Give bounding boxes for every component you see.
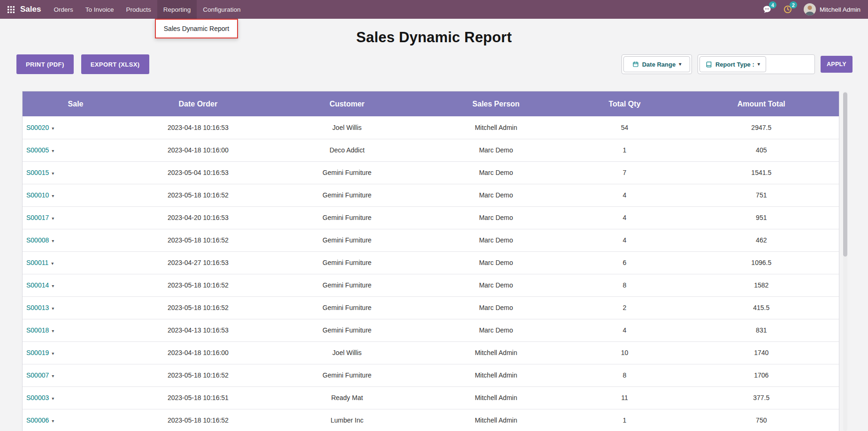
- chevron-down-icon[interactable]: ▾: [52, 238, 54, 243]
- sale-cell: S00014▾: [23, 274, 129, 296]
- sale-order-link[interactable]: S00017: [26, 214, 49, 221]
- total-qty-cell: 54: [565, 116, 684, 139]
- amount-total-cell: 1740: [684, 341, 839, 364]
- sale-order-link[interactable]: S00020: [26, 124, 49, 131]
- sale-order-link[interactable]: S00013: [26, 304, 49, 311]
- date-range-button[interactable]: Date Range ▾: [623, 56, 690, 72]
- sale-order-link[interactable]: S00015: [26, 169, 49, 176]
- print-pdf-button[interactable]: PRINT (PDF): [16, 54, 74, 74]
- sale-order-link[interactable]: S00019: [26, 349, 49, 356]
- customer-cell: Joel Willis: [268, 341, 427, 364]
- customer-cell: Gemini Furniture: [268, 296, 427, 319]
- chevron-down-icon[interactable]: ▾: [52, 148, 54, 153]
- date-order-cell: 2023-05-18 10:16:52: [129, 274, 268, 296]
- chevron-down-icon[interactable]: ▾: [52, 193, 54, 198]
- sale-cell: S00011▾: [23, 251, 129, 274]
- menu-orders[interactable]: Orders: [47, 0, 79, 19]
- table-row: S00019▾2023-04-18 10:16:00Joel WillisMit…: [23, 341, 839, 364]
- total-qty-cell: 8: [565, 274, 684, 296]
- date-range-label: Date Range: [642, 61, 676, 68]
- calendar-icon: [632, 61, 639, 68]
- date-order-cell: 2023-04-13 10:16:53: [129, 319, 268, 341]
- column-header-sales-person: Sales Person: [427, 91, 566, 116]
- sale-cell: S00013▾: [23, 296, 129, 319]
- chevron-down-icon[interactable]: ▾: [52, 328, 54, 333]
- date-order-cell: 2023-04-20 10:16:53: [129, 206, 268, 229]
- customer-cell: Gemini Furniture: [268, 184, 427, 206]
- sale-order-link[interactable]: S00008: [26, 236, 49, 244]
- menu-products[interactable]: Products: [120, 0, 157, 19]
- table-row: S00006▾2023-05-18 10:16:52Lumber IncMitc…: [23, 409, 839, 431]
- customer-cell: Deco Addict: [268, 139, 427, 161]
- dropdown-item-sales-dynamic-report[interactable]: Sales Dynamic Report: [156, 20, 237, 38]
- apply-button[interactable]: APPLY: [821, 56, 853, 73]
- user-menu[interactable]: Mitchell Admin: [804, 3, 860, 15]
- date-order-cell: 2023-05-18 10:16:52: [129, 229, 268, 251]
- sale-order-link[interactable]: S00005: [26, 146, 49, 154]
- sale-order-link[interactable]: S00006: [26, 416, 49, 424]
- amount-total-cell: 1096.5: [684, 251, 839, 274]
- vertical-scrollbar[interactable]: [843, 91, 847, 431]
- apps-menu-button[interactable]: [5, 3, 17, 16]
- customer-cell: Ready Mat: [268, 386, 427, 409]
- sale-order-link[interactable]: S00018: [26, 326, 49, 334]
- column-header-customer: Customer: [268, 91, 427, 116]
- total-qty-cell: 7: [565, 161, 684, 184]
- amount-total-cell: 462: [684, 229, 839, 251]
- activities-button[interactable]: 2: [783, 5, 792, 14]
- customer-cell: Gemini Furniture: [268, 274, 427, 296]
- chevron-down-icon[interactable]: ▾: [52, 373, 54, 378]
- column-header-total-qty: Total Qty: [565, 91, 684, 116]
- sale-cell: S00018▾: [23, 319, 129, 341]
- chevron-down-icon[interactable]: ▾: [52, 418, 54, 423]
- user-name: Mitchell Admin: [820, 6, 860, 13]
- report-type-group: Report Type : ▾: [698, 54, 815, 74]
- sale-order-link[interactable]: S00010: [26, 191, 49, 199]
- sale-order-link[interactable]: S00007: [26, 371, 49, 379]
- scrollbar-thumb[interactable]: [843, 92, 847, 257]
- sale-cell: S00020▾: [23, 116, 129, 139]
- chevron-down-icon[interactable]: ▾: [52, 283, 54, 288]
- chevron-down-icon[interactable]: ▾: [52, 351, 54, 356]
- customer-cell: Gemini Furniture: [268, 229, 427, 251]
- customer-cell: Lumber Inc: [268, 409, 427, 431]
- table-row: S00003▾2023-05-18 10:16:51Ready MatMitch…: [23, 386, 839, 409]
- customer-cell: Gemini Furniture: [268, 364, 427, 386]
- table-row: S00005▾2023-04-18 10:16:00Deco AddictMar…: [23, 139, 839, 161]
- chevron-down-icon[interactable]: ▾: [52, 171, 54, 176]
- chevron-down-icon[interactable]: ▾: [52, 126, 54, 131]
- sale-order-link[interactable]: S00014: [26, 281, 49, 289]
- menu-reporting[interactable]: Reporting Sales Dynamic Report: [157, 0, 197, 19]
- chevron-down-icon[interactable]: ▾: [52, 306, 54, 311]
- column-header-sale: Sale: [23, 91, 129, 116]
- sale-cell: S00003▾: [23, 386, 129, 409]
- column-header-amount-total: Amount Total: [684, 91, 839, 116]
- menu-to-invoice[interactable]: To Invoice: [79, 0, 120, 19]
- export-xlsx-button[interactable]: EXPORT (XLSX): [81, 54, 149, 74]
- toolbar: PRINT (PDF) EXPORT (XLSX) Date Range ▾: [16, 54, 853, 74]
- chevron-down-icon[interactable]: ▾: [52, 396, 54, 401]
- messages-button[interactable]: 4: [762, 5, 772, 14]
- systray: 4 2 Mitchel: [762, 3, 860, 15]
- menu-configuration[interactable]: Configuration: [197, 0, 246, 19]
- amount-total-cell: 750: [684, 409, 839, 431]
- customer-cell: Gemini Furniture: [268, 251, 427, 274]
- chevron-down-icon[interactable]: ▾: [52, 216, 54, 221]
- activities-badge: 2: [790, 1, 797, 8]
- sales-person-cell: Marc Demo: [427, 274, 566, 296]
- report-type-label: Report Type :: [715, 61, 754, 68]
- main-content: Sales Dynamic Report PRINT (PDF) EXPORT …: [0, 19, 868, 431]
- date-range-group: Date Range ▾: [622, 54, 692, 74]
- table-row: S00007▾2023-05-18 10:16:52Gemini Furnitu…: [23, 364, 839, 386]
- sale-order-link[interactable]: S00003: [26, 394, 49, 401]
- menu-orders-label: Orders: [54, 6, 73, 13]
- sale-order-link[interactable]: S00011: [26, 259, 48, 266]
- table-row: S00014▾2023-05-18 10:16:52Gemini Furnitu…: [23, 274, 839, 296]
- chevron-down-icon[interactable]: ▾: [51, 261, 54, 266]
- avatar: [804, 3, 816, 15]
- sales-person-cell: Marc Demo: [427, 161, 566, 184]
- app-title[interactable]: Sales: [20, 5, 41, 14]
- sale-cell: S00007▾: [23, 364, 129, 386]
- sales-person-cell: Marc Demo: [427, 139, 566, 161]
- report-type-button[interactable]: Report Type : ▾: [699, 56, 766, 72]
